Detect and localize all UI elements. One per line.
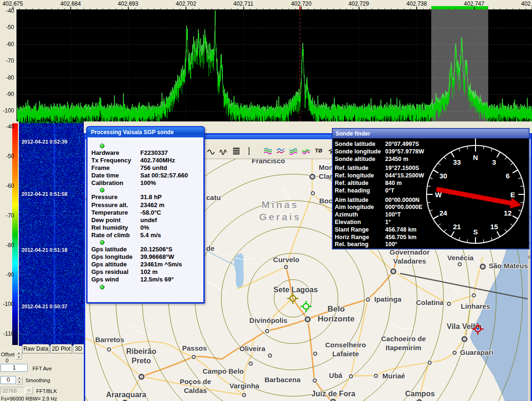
map-city-dot: [313, 378, 317, 383]
sonde-crosshair-icon: [472, 323, 484, 335]
telemetry-label: Dew point: [91, 217, 121, 224]
telemetry-value: 756 unltd: [140, 164, 167, 171]
map-city-label: Oliveira: [239, 345, 265, 353]
telemetry-label: Rate of climb: [91, 232, 130, 239]
telemetry-label: Tx Frequency: [91, 157, 131, 164]
telemetry-row: Dew pointundef: [88, 217, 203, 224]
waterfall-db-label: -40: [0, 123, 14, 130]
vertical-dots-icon[interactable]: [244, 145, 254, 156]
fft-ave-input[interactable]: 1: [0, 364, 28, 372]
waterfall-timestamp: 2012-04-21 0:51:58: [22, 191, 67, 197]
fft-blk-label: FFT/BLK: [36, 388, 57, 394]
map-city-dot: [138, 374, 145, 380]
telemetry-row: Frame756 unltd: [88, 164, 203, 172]
telemetry-value: -58.0°C: [140, 209, 161, 216]
telemetry-value: 39.96668°W: [140, 253, 174, 260]
telemetry-row: Gps latitude20.12506°S: [88, 246, 203, 253]
t-zero-icon[interactable]: TØ: [314, 145, 324, 156]
telemetry-row: Date timeSat 00:52:57.660: [88, 172, 203, 179]
curves-d-icon[interactable]: [301, 145, 311, 156]
sine-wave-icon[interactable]: [206, 145, 216, 156]
spectrum-display[interactable]: [0, 9, 532, 121]
map-city-dot: [366, 297, 370, 302]
map-city-dot: [265, 329, 269, 333]
map-city-dot: [349, 374, 353, 378]
tab-3d[interactable]: 3D: [73, 344, 84, 353]
telemetry-row: Gps longitude39.96668°W: [88, 253, 203, 261]
processing-dialog-titlebar[interactable]: Processing Vaisala SGP sonde: [87, 127, 204, 137]
compass-cardinal-label: S: [473, 228, 478, 236]
horizontal-lines-icon[interactable]: [231, 145, 242, 156]
offset-spinner[interactable]: ▲ ▼: [16, 351, 22, 360]
waterfall-db-label: -80: [0, 242, 14, 249]
smoothing-spin-down-icon[interactable]: ▼: [16, 380, 23, 385]
compass-cardinal-label: 15: [490, 223, 498, 231]
telemetry-value: 0%: [140, 224, 149, 231]
map-city-label: RibeirãoPreto: [126, 347, 156, 366]
fft-blk-dropdown-icon[interactable]: ▼: [25, 387, 33, 394]
map-city-dot: [374, 374, 378, 378]
tab-2d-plot[interactable]: 2D Plot: [50, 344, 72, 353]
waterfall-timestamp: 2012-04-21 0:51:18: [22, 247, 67, 253]
smoothing-input[interactable]: 0: [0, 376, 16, 384]
map-city-label: Campo Belo: [202, 367, 244, 376]
map-city-dot: [249, 361, 253, 366]
map-city-label: Muriaé: [382, 372, 405, 381]
telemetry-row: HardwareF2230337: [88, 149, 203, 157]
compass-cardinal-label: 30: [439, 172, 447, 180]
state-label: Minas: [261, 199, 299, 210]
smoothing-label: Smoothing: [25, 377, 50, 383]
sondemonitor-app: 402.675402.684402.693402.702402.711402.7…: [0, 0, 532, 401]
waterfall-db-label: -70: [0, 212, 14, 219]
map-city-dot: [461, 336, 468, 342]
waterfall-timestamp: 2012-04-21 0:52:39: [22, 139, 67, 144]
double-sine-icon[interactable]: [218, 145, 229, 156]
waterfall-db-label: -110: [0, 330, 14, 337]
map-city-dot: [458, 262, 462, 266]
telemetry-row: Calibration100%: [88, 179, 203, 187]
telemetry-value: 402.740MHz: [140, 157, 175, 164]
waterfall-db-axis: -40-50-60-70-80-90-100-110: [0, 0, 11, 348]
sonde-finder-window: Sonde finder Sonde latitude20°07.4997SSo…: [332, 128, 530, 249]
compass-cardinal-label: 6: [506, 172, 509, 180]
sonde-finder-titlebar[interactable]: Sonde finder: [333, 129, 529, 138]
telemetry-label: Gps residual: [91, 268, 129, 275]
telemetry-label: Pressure: [91, 193, 118, 200]
telemetry-value: 5.4 m/s: [140, 232, 161, 239]
waterfall-db-label: -60: [0, 183, 14, 189]
bearing-arrow-icon: [510, 198, 522, 209]
telemetry-row: Gps residual102 m: [88, 268, 203, 276]
telemetry-label: Gps altitude: [91, 261, 127, 268]
waterfall-db-label: -90: [0, 272, 14, 278]
offset-spin-up-icon[interactable]: ▲: [16, 351, 22, 355]
compass-cardinal-label: 24: [439, 209, 447, 217]
map-city-label: Barbacena: [265, 376, 301, 385]
fft-blk-select[interactable]: 32768: [0, 387, 25, 394]
map-city-label: Cachoeiro deItapemirim: [381, 335, 426, 353]
telemetry-label: Hardware: [91, 149, 119, 156]
curves-a-icon[interactable]: [263, 145, 273, 156]
waterfall-db-label: -50: [0, 153, 14, 160]
curves-c-icon[interactable]: [288, 145, 298, 156]
map-city-label: de: [206, 244, 215, 253]
map-city-dot: [330, 399, 336, 401]
curves-b-icon[interactable]: [275, 145, 286, 156]
map-city-label: BeloHorizonte: [318, 304, 355, 324]
smoothing-spinner[interactable]: ▲ ▼: [16, 376, 23, 385]
telemetry-value: 12.5m/s 69°: [140, 276, 174, 283]
telemetry-label: Temperature: [91, 209, 128, 216]
telemetry-value: Sat 00:52:57.660: [140, 172, 188, 179]
map-city-label: Campos: [405, 389, 435, 399]
map-city-label: Guarapari: [460, 348, 493, 357]
compass-cardinal-label: 3: [492, 158, 496, 166]
map-city-dot: [390, 268, 396, 274]
map-city-dot: [472, 293, 476, 297]
map-city-label: Divinópolis: [250, 316, 288, 325]
tab-raw-data[interactable]: Raw Data: [22, 344, 49, 353]
offset-spin-down-icon[interactable]: ▼: [16, 355, 22, 360]
waterfall-display[interactable]: [19, 121, 84, 346]
telemetry-value: 20.12506°S: [140, 246, 172, 253]
smoothing-spin-up-icon[interactable]: ▲: [16, 376, 23, 380]
telemetry-value: 31.8 hP: [140, 193, 162, 200]
map-city-label: Francisco: [252, 159, 285, 165]
